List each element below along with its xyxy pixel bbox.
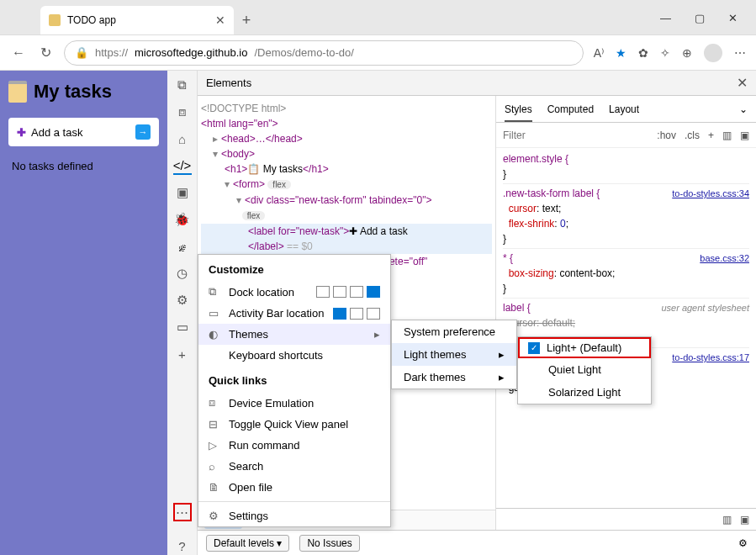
styles-panel: Styles Computed Layout ⌄ :hov .cls + ▥ ▣ [495, 96, 756, 530]
close-tab-icon[interactable]: ✕ [215, 13, 225, 27]
settings-row[interactable]: ⚙Settings [198, 505, 390, 526]
app-panel: My tasks ✚ Add a task → No tasks defined [0, 71, 167, 555]
memory-icon[interactable]: ⚙ [173, 291, 192, 309]
collections-icon[interactable]: ⊕ [682, 46, 692, 60]
sources-icon[interactable]: 🐞 [173, 210, 192, 229]
cls-toggle[interactable]: .cls [685, 130, 700, 141]
quick-links-heading: Quick links [198, 366, 390, 392]
inspect-icon[interactable]: ⧉ [173, 76, 192, 94]
extensions-icon[interactable]: ✿ [638, 46, 648, 60]
tab-styles[interactable]: Styles [505, 97, 532, 122]
solarized-light-item[interactable]: Solarized Light [518, 381, 651, 404]
window-buttons: — ▢ ✕ [660, 12, 756, 34]
chevron-right-icon: ▸ [374, 328, 380, 341]
console-settings-icon[interactable]: ⚙ [738, 537, 748, 549]
browser-tab[interactable]: TODO app ✕ [40, 6, 234, 34]
dock-location-row[interactable]: ⧉ Dock location [198, 281, 390, 303]
console-icon[interactable]: ▣ [173, 183, 192, 202]
new-rule-icon[interactable]: + [708, 130, 714, 141]
welcome-icon[interactable]: ⌂ [173, 130, 192, 148]
light-plus-item[interactable]: ✓Light+ (Default) [518, 337, 651, 358]
add-tool-icon[interactable]: + [173, 345, 192, 363]
customize-heading: Customize [198, 255, 390, 281]
dock-icon: ⧉ [209, 285, 220, 299]
flex-editor-icon[interactable]: ▥ [722, 130, 732, 141]
dom-doctype: <!DOCTYPE html> [201, 101, 492, 116]
light-themes-submenu: ✓Light+ (Default) Quiet Light Solarized … [517, 336, 652, 404]
keyboard-shortcuts-row[interactable]: Keyboard shortcuts [198, 345, 390, 366]
favorite-icon[interactable]: ★ [616, 46, 626, 60]
console-bar: Default levels ▾ No Issues ⚙ [198, 530, 756, 555]
chevron-down-icon[interactable]: ⌄ [739, 103, 748, 115]
open-file-row[interactable]: 🗎Open file [198, 477, 390, 498]
themes-submenu: System preference Light themes▸ Dark the… [391, 320, 517, 389]
elements-icon[interactable]: </> [173, 156, 192, 175]
clipboard-icon [8, 81, 27, 103]
url-host: microsoftedge.github.io [135, 46, 247, 59]
activity-icon: ▭ [209, 307, 220, 320]
styles-filter-input[interactable] [496, 130, 650, 141]
devtools: ⧉ ⧈ ⌂ </> ▣ 🐞 ⸙ ◷ ⚙ ▭ + ⋯ ? Elements ✕ <… [167, 71, 756, 555]
maximize-icon[interactable]: ▢ [695, 12, 705, 24]
url-field[interactable]: 🔒 https://microsoftedge.github.io/Demos/… [64, 40, 584, 66]
url-bar: ← ↻ 🔒 https://microsoftedge.github.io/De… [0, 35, 756, 71]
no-tasks-text: No tasks defined [8, 160, 159, 172]
app-title: My tasks [34, 81, 112, 103]
add-task-field[interactable]: ✚ Add a task → [8, 118, 159, 146]
url-scheme: https:// [95, 46, 128, 59]
network-icon[interactable]: ⸙ [173, 237, 192, 256]
selected-node[interactable]: <label for="new-task">✚ Add a task [201, 224, 492, 239]
lock-icon: 🔒 [75, 46, 88, 59]
tab-title: TODO app [67, 14, 209, 26]
box-icon[interactable]: ▣ [740, 514, 749, 526]
box-model-icon[interactable]: ▣ [740, 130, 749, 141]
more-tools-icon[interactable]: ⋯ [173, 503, 192, 521]
tab-favicon [49, 14, 61, 26]
back-icon[interactable]: ← [10, 45, 27, 61]
system-preference-item[interactable]: System preference [392, 320, 516, 343]
tab-layout[interactable]: Layout [609, 103, 639, 115]
issues-button[interactable]: No Issues [299, 535, 359, 552]
tab-computed[interactable]: Computed [547, 103, 594, 115]
url-path: /Demos/demo-to-do/ [254, 46, 354, 59]
activity-bar: ⧉ ⧈ ⌂ </> ▣ 🐞 ⸙ ◷ ⚙ ▭ + ⋯ ? [167, 71, 198, 555]
new-tab-button[interactable]: + [234, 12, 259, 34]
plus-icon: ✚ [17, 126, 26, 139]
submit-arrow-icon[interactable]: → [135, 124, 151, 140]
more-icon[interactable]: ⋯ [734, 46, 746, 60]
log-levels-dropdown[interactable]: Default levels ▾ [206, 535, 289, 552]
performance-icon[interactable]: ◷ [173, 264, 192, 283]
add-task-label: Add a task [31, 126, 82, 139]
themes-icon: ◐ [209, 328, 220, 341]
help-icon[interactable]: ? [173, 536, 192, 555]
close-window-icon[interactable]: ✕ [728, 12, 737, 24]
application-icon[interactable]: ▭ [173, 318, 192, 336]
customize-menu: Customize ⧉ Dock location ▭ Activity Bar… [198, 254, 391, 527]
minimize-icon[interactable]: — [660, 12, 671, 24]
quiet-light-item[interactable]: Quiet Light [518, 358, 651, 381]
toggle-quickview-row[interactable]: ⊟Toggle Quick View panel [198, 414, 390, 435]
read-aloud-icon[interactable]: A⁾ [594, 46, 604, 60]
favorites-bar-icon[interactable]: ✧ [660, 46, 670, 60]
light-themes-item[interactable]: Light themes▸ [392, 343, 516, 366]
check-icon: ✓ [528, 342, 540, 354]
styles-rules[interactable]: element.style { } to-do-styles.css:34.ne… [496, 148, 756, 508]
dark-themes-item[interactable]: Dark themes▸ [392, 366, 516, 388]
run-command-row[interactable]: ▷Run command [198, 435, 390, 456]
device-emulation-row[interactable]: ⧈Device Emulation [198, 392, 390, 414]
elements-tab[interactable]: Elements [206, 77, 251, 89]
themes-row[interactable]: ◐ Themes ▸ [198, 324, 390, 345]
search-row[interactable]: ⌕Search [198, 456, 390, 477]
device-icon[interactable]: ⧈ [173, 103, 192, 121]
hov-toggle[interactable]: :hov [657, 130, 676, 141]
profile-avatar[interactable] [704, 44, 722, 62]
window-titlebar: TODO app ✕ + — ▢ ✕ [0, 0, 756, 35]
close-devtools-icon[interactable]: ✕ [737, 75, 748, 91]
flex-icon[interactable]: ▥ [722, 514, 732, 526]
activity-bar-location-row[interactable]: ▭ Activity Bar location [198, 303, 390, 324]
refresh-icon[interactable]: ↻ [37, 45, 54, 61]
devtools-tab-bar: Elements ✕ [198, 71, 756, 96]
